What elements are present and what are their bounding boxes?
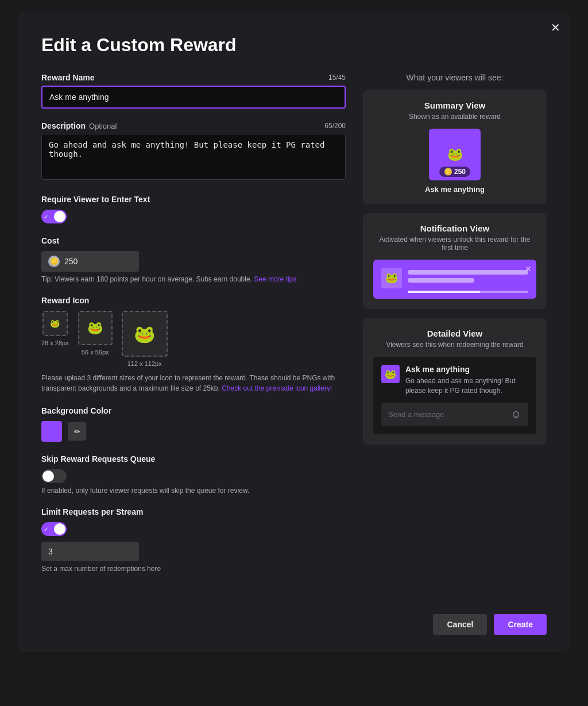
- reward-name-group: Reward Name 15/45: [41, 73, 346, 109]
- icon-upload-56[interactable]: 🐸: [78, 311, 113, 345]
- icon-upload-112[interactable]: 🐸: [122, 311, 168, 357]
- summary-reward-name: Ask me anything: [425, 185, 485, 194]
- detailed-view-subtitle: Viewers see this when redeeming the rewa…: [373, 341, 536, 349]
- notification-close-button[interactable]: ✕: [525, 264, 532, 273]
- message-input-row: Send a message ☺: [381, 403, 528, 426]
- see-more-tips-link[interactable]: See more tips: [254, 275, 296, 283]
- require-text-toggle-wrapper: ✓: [41, 210, 346, 223]
- skip-queue-description: If enabled, only future viewer requests …: [41, 487, 346, 495]
- detailed-info: Ask me anything Go ahead and ask me anyt…: [405, 365, 528, 396]
- viewers-title: What your viewers will see:: [363, 73, 547, 82]
- reward-name-counter: 15/45: [328, 74, 346, 82]
- cost-label: Cost: [41, 236, 346, 245]
- notification-card: 🐸 ✕: [373, 260, 536, 299]
- limit-input-wrapper: [41, 542, 139, 561]
- cancel-button[interactable]: Cancel: [433, 614, 487, 635]
- summary-view-section: Summary View Shown as an available rewar…: [363, 90, 547, 204]
- reward-name-input[interactable]: [41, 86, 346, 109]
- right-column: What your viewers will see: Summary View…: [363, 73, 547, 585]
- require-text-toggle[interactable]: ✓: [41, 210, 67, 223]
- notif-progress-bar: [408, 291, 480, 293]
- icon-description: Please upload 3 different sizes of your …: [41, 373, 346, 393]
- icon-size-28: 🐸 28 x 28px: [41, 311, 69, 367]
- icon-size-56: 🐸 56 x 56px: [78, 311, 113, 367]
- limit-requests-toggle-wrapper: ✓: [41, 522, 346, 536]
- skip-queue-toggle[interactable]: [41, 469, 67, 483]
- notification-view-section: Notification View Activated when viewers…: [363, 213, 547, 309]
- detailed-view-section: Detailed View Viewers see this when rede…: [363, 318, 547, 445]
- cost-tip: Tip: Viewers earn 180 points per hour on…: [41, 275, 346, 283]
- require-text-group: Require Viewer to Enter Text ✓: [41, 195, 346, 223]
- summary-view-subtitle: Shown as an available reward: [373, 113, 536, 121]
- cost-input[interactable]: [64, 257, 110, 266]
- notif-line-1: [408, 270, 528, 275]
- modal-footer: Cancel Create: [41, 603, 547, 635]
- description-counter: 65/200: [324, 122, 346, 130]
- reward-name-label: Reward Name: [41, 73, 95, 82]
- frog-icon-lg: 🐸: [134, 324, 155, 344]
- toggle-check-icon: ✓: [44, 214, 48, 220]
- notification-view-title: Notification View: [373, 223, 536, 233]
- cost-group: Cost 🪙 Tip: Viewers earn 180 points per …: [41, 236, 346, 283]
- modal-body: Reward Name 15/45 DescriptionOptional 65…: [41, 73, 547, 585]
- detailed-header: 🐸 Ask me anything Go ahead and ask me an…: [381, 365, 528, 396]
- notif-progress: [408, 291, 528, 293]
- close-button[interactable]: ✕: [551, 21, 560, 34]
- edit-color-button[interactable]: ✏: [68, 422, 86, 441]
- icon-size-label-28: 28 x 28px: [41, 340, 69, 346]
- detailed-icon: 🐸: [381, 365, 400, 383]
- bg-color-row: ✏: [41, 421, 346, 442]
- emoji-button-icon[interactable]: ☺: [511, 408, 521, 420]
- skip-queue-toggle-wrapper: [41, 469, 346, 483]
- description-input[interactable]: Go ahead and ask me anything! But please…: [41, 134, 346, 180]
- summary-icon-box: 🐸 🪙250: [429, 129, 481, 180]
- skip-queue-label: Skip Reward Requests Queue: [41, 454, 346, 464]
- detailed-view-title: Detailed View: [373, 329, 536, 338]
- icon-size-112: 🐸 112 x 112px: [122, 311, 168, 367]
- require-text-label: Require Viewer to Enter Text: [41, 195, 346, 204]
- limit-requests-toggle[interactable]: ✓: [41, 522, 67, 536]
- icon-upload-28[interactable]: 🐸: [42, 311, 68, 336]
- limit-requests-group: Limit Requests per Stream ✓ Set a max nu…: [41, 507, 346, 573]
- detailed-card: 🐸 Ask me anything Go ahead and ask me an…: [373, 357, 536, 434]
- message-placeholder: Send a message: [388, 410, 506, 419]
- frog-icon-sm: 🐸: [50, 319, 60, 328]
- icon-gallery-link[interactable]: Check out the premade icon gallery!: [222, 384, 332, 392]
- cost-input-wrapper: 🪙: [41, 251, 139, 272]
- color-swatch[interactable]: [41, 421, 62, 442]
- toggle-thumb: [54, 211, 65, 222]
- create-button[interactable]: Create: [494, 614, 547, 635]
- modal-title: Edit a Custom Reward: [41, 34, 547, 56]
- background-color-label: Background Color: [41, 406, 346, 415]
- limit-requests-label: Limit Requests per Stream: [41, 507, 346, 516]
- icon-sizes-row: 🐸 28 x 28px 🐸 56 x 56px 🐸: [41, 311, 346, 367]
- summary-cost-badge: 🪙250: [439, 167, 470, 177]
- notification-view-subtitle: Activated when viewers unlock this rewar…: [373, 236, 536, 252]
- detailed-reward-desc: Go ahead and ask me anything! But please…: [405, 376, 528, 396]
- icon-size-label-56: 56 x 56px: [82, 349, 109, 356]
- description-group: DescriptionOptional 65/200 Go ahead and …: [41, 121, 346, 182]
- detailed-reward-title: Ask me anything: [405, 365, 528, 374]
- notif-lines: [408, 268, 528, 293]
- limit-toggle-check-icon: ✓: [44, 526, 48, 533]
- summary-view-title: Summary View: [373, 101, 536, 110]
- limit-input[interactable]: [48, 547, 132, 556]
- notif-line-2: [408, 278, 474, 283]
- limit-description: Set a max number of redemptions here: [41, 565, 346, 573]
- limit-toggle-thumb: [54, 523, 65, 535]
- background-color-group: Background Color ✏: [41, 406, 346, 442]
- skip-queue-group: Skip Reward Requests Queue If enabled, o…: [41, 454, 346, 495]
- reward-icon-group: Reward Icon 🐸 28 x 28px 🐸 56 x 56px: [41, 296, 346, 393]
- notif-icon: 🐸: [381, 268, 402, 288]
- pencil-icon: ✏: [74, 427, 80, 436]
- icon-size-label-112: 112 x 112px: [127, 360, 162, 367]
- edit-reward-modal: ✕ Edit a Custom Reward Reward Name 15/45…: [18, 11, 570, 652]
- summary-frog-icon: 🐸: [447, 147, 463, 162]
- left-column: Reward Name 15/45 DescriptionOptional 65…: [41, 73, 346, 585]
- description-label: DescriptionOptional: [41, 121, 117, 130]
- reward-icon-label: Reward Icon: [41, 296, 346, 305]
- skip-toggle-thumb: [42, 470, 54, 482]
- frog-icon-md: 🐸: [87, 321, 103, 335]
- summary-card: 🐸 🪙250 Ask me anything: [373, 129, 536, 194]
- coin-icon: 🪙: [48, 256, 60, 267]
